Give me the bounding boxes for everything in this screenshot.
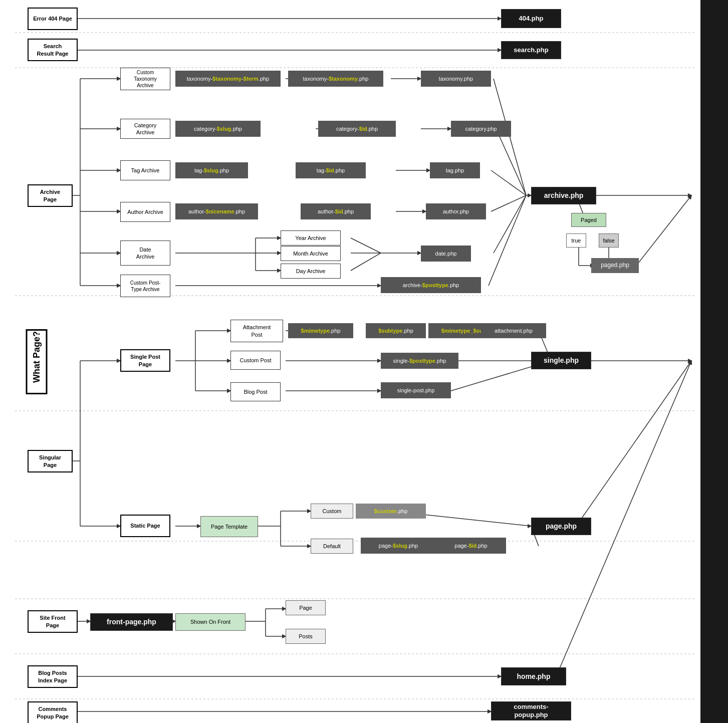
custom-post-type-archive-node: Custom Post-Type Archive: [120, 275, 170, 297]
single-php-node: single.php: [531, 352, 591, 369]
svg-line-43: [496, 129, 526, 195]
svg-line-45: [491, 195, 526, 211]
tag-archive-node: Tag Archive: [120, 160, 170, 180]
posts-option-node: Posts: [286, 629, 326, 644]
comments-popup-php-node: comments-popup.php: [491, 701, 571, 720]
custom-post-node: Custom Post: [230, 351, 281, 370]
date-php-node: date.php: [421, 246, 471, 262]
index-php-label: [700, 0, 728, 723]
front-page-php-node: front-page.php: [90, 613, 173, 631]
category-slug-php-node: category-$slug.php: [175, 121, 261, 137]
archive-php-node: archive.php: [531, 187, 596, 204]
comments-popup-node: CommentsPopup Page: [28, 701, 78, 723]
page-slug-php-node: page-$slug.php: [361, 538, 436, 554]
subtype-php-node: $subtype.php: [366, 323, 426, 338]
main-container: What Page? Error 404 Page 404.php Search…: [0, 0, 728, 723]
author-nicename-php-node: author-$nicename.php: [175, 203, 258, 219]
svg-line-44: [491, 170, 526, 195]
svg-line-42: [494, 79, 526, 195]
page-php-node: page.php: [531, 518, 591, 535]
single-posttype-php-node: single-$posttype.php: [381, 353, 458, 369]
paged-false-node: false: [599, 233, 619, 248]
author-archive-node: Author Archive: [120, 202, 170, 222]
default-label-node: Default: [311, 539, 353, 554]
search-php-node: search.php: [501, 41, 561, 59]
category-id-php-node: category-$id.php: [318, 121, 396, 137]
what-page-container: What Page?: [4, 351, 69, 372]
singular-page-node: SingularPage: [28, 450, 73, 472]
site-front-page-node: Site FrontPage: [28, 610, 78, 633]
tag-id-php-node: tag-$id.php: [296, 162, 366, 178]
archive-posttype-php-node: archive-$posttype.php: [381, 277, 481, 293]
archive-page-node: ArchivePage: [28, 184, 73, 207]
search-result-node: SearchResult Page: [28, 39, 78, 61]
svg-line-57: [636, 195, 691, 266]
taxonomy-php-node: taxonomy.php: [421, 71, 491, 87]
static-page-node: Static Page: [120, 515, 170, 537]
attachment-post-node: AttachmentPost: [230, 320, 283, 342]
paged-php-node: paged.php: [591, 258, 639, 273]
custom-php-node: $custom.php: [356, 504, 426, 519]
svg-line-37: [351, 238, 381, 253]
svg-line-88: [576, 361, 691, 526]
home-php-node: home.php: [501, 667, 566, 685]
taxonomy-tax-php-node: taxonomy-$taxonomy.php: [288, 71, 383, 87]
single-post-page-node: Single PostPage: [120, 349, 170, 372]
author-php-node: author.php: [426, 203, 486, 219]
svg-line-46: [494, 195, 526, 253]
mimetype-php-node: $mimetype.php: [288, 323, 353, 338]
blog-posts-index-node: Blog PostsIndex Page: [28, 665, 78, 688]
page-template-node: Page Template: [200, 516, 258, 537]
date-archive-node: DateArchive: [120, 240, 170, 266]
custom-label-node: Custom: [311, 504, 353, 519]
category-php-node: category.php: [451, 121, 511, 137]
category-archive-node: CategoryArchive: [120, 119, 170, 139]
shown-on-front-node: Shown On Front: [175, 613, 246, 631]
tag-php-node: tag.php: [430, 162, 480, 178]
error404-php-node: 404.php: [501, 9, 561, 28]
svg-line-47: [489, 195, 526, 286]
page-id-php-node: page-$id.php: [436, 538, 506, 554]
what-page-label: What Page?: [26, 329, 48, 394]
author-id-php-node: author-$id.php: [301, 203, 371, 219]
error404-node: Error 404 Page: [28, 8, 78, 30]
custom-taxonomy-node: CustomTaxonomyArchive: [120, 68, 170, 90]
paged-node: Paged: [571, 213, 606, 227]
day-archive-node: Day Archive: [281, 264, 341, 279]
attachment-php-node: attachment.php: [481, 323, 546, 338]
page-option-node: Page: [286, 600, 326, 615]
paged-true-node: true: [566, 233, 586, 248]
svg-line-39: [351, 253, 381, 271]
taxonomy-term-php-node: taxonomy-$taxonomy-$term.php: [175, 71, 281, 87]
month-archive-node: Month Archive: [281, 246, 341, 261]
year-archive-node: Year Archive: [281, 230, 341, 246]
single-post-php-node: single-post.php: [381, 382, 451, 398]
tag-slug-php-node: tag-$slug.php: [175, 162, 248, 178]
blog-post-node: Blog Post: [230, 382, 281, 401]
